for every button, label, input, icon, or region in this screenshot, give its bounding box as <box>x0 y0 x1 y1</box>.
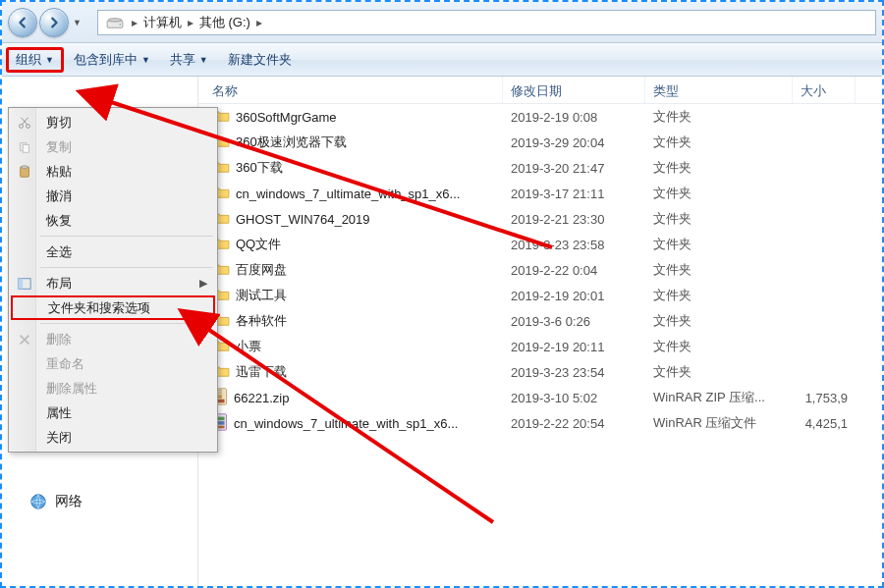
cut-icon <box>16 114 33 132</box>
sidebar-item-network[interactable]: 网络 <box>2 489 197 514</box>
menu-item-copy: 复制 <box>11 134 215 159</box>
menu-item-redo[interactable]: 恢复 <box>11 208 215 233</box>
file-row[interactable]: QQ文件2019-3-23 23:58文件夹 <box>198 232 882 257</box>
file-row[interactable]: 66221.zip2019-3-10 5:02WinRAR ZIP 压缩...1… <box>198 385 882 410</box>
include-library-button[interactable]: 包含到库中▼ <box>64 47 160 73</box>
file-row[interactable]: 各种软件2019-3-6 0:26文件夹 <box>198 308 882 334</box>
address-bar[interactable]: ▸ 计算机 ▸ 其他 (G:) ▸ <box>97 10 876 35</box>
copy-icon <box>16 138 33 156</box>
file-type: 文件夹 <box>645 210 793 228</box>
svg-rect-9 <box>218 394 222 395</box>
file-name: cn_windows_7_ultimate_with_sp1_x6... <box>234 416 458 431</box>
nav-bar: ▼ ▸ 计算机 ▸ 其他 (G:) ▸ <box>2 2 882 43</box>
menu-item-select-all[interactable]: 全选 <box>11 240 215 264</box>
chevron-down-icon: ▼ <box>141 55 150 65</box>
svg-point-2 <box>119 23 121 25</box>
breadcrumb-segment[interactable]: 计算机 <box>141 14 184 31</box>
menu-item-properties[interactable]: 属性 <box>11 401 215 425</box>
file-row[interactable]: 360下载2019-3-20 21:47文件夹 <box>198 155 882 181</box>
drive-icon <box>106 16 124 29</box>
svg-rect-19 <box>23 144 28 152</box>
file-name: 迅雷下载 <box>236 363 287 381</box>
menu-item-close[interactable]: 关闭 <box>11 425 215 450</box>
menu-item-cut[interactable]: 剪切 <box>11 110 215 134</box>
file-date: 2019-3-6 0:26 <box>503 314 645 329</box>
file-type: 文件夹 <box>645 287 793 304</box>
file-date: 2019-3-23 23:58 <box>503 238 645 252</box>
column-header-type[interactable]: 类型 <box>645 77 793 103</box>
column-headers: 名称 修改日期 类型 大小 <box>198 77 882 104</box>
file-date: 2019-2-19 20:11 <box>503 340 645 354</box>
chevron-right-icon: ▶ <box>199 277 207 290</box>
layout-icon <box>16 275 33 293</box>
file-list: 名称 修改日期 类型 大小 360SoftMgrGame2019-2-19 0:… <box>198 77 882 586</box>
menu-item-delete: 删除 <box>11 327 215 351</box>
share-button[interactable]: 共享▼ <box>160 47 218 73</box>
organize-menu: 剪切 复制 粘贴 撤消 恢复 全选 布局 ▶ 文件夹和搜索选项 <box>8 107 218 453</box>
column-header-name[interactable]: 名称 <box>198 77 503 103</box>
new-folder-button[interactable]: 新建文件夹 <box>218 47 302 73</box>
menu-item-undo[interactable]: 撤消 <box>11 184 215 208</box>
file-date: 2019-2-22 20:54 <box>503 416 645 431</box>
file-type: 文件夹 <box>645 108 793 126</box>
file-type: 文件夹 <box>645 338 793 355</box>
file-date: 2019-2-19 0:08 <box>503 110 645 125</box>
breadcrumb-segment[interactable]: 其他 (G:) <box>197 14 252 31</box>
file-type: 文件夹 <box>645 363 793 381</box>
file-type: 文件夹 <box>645 261 793 279</box>
file-row[interactable]: 测试工具2019-2-19 20:01文件夹 <box>198 283 882 308</box>
column-header-date[interactable]: 修改日期 <box>503 77 645 103</box>
menu-item-paste[interactable]: 粘贴 <box>11 159 215 184</box>
file-name: 百度网盘 <box>236 261 287 279</box>
file-row[interactable]: 迅雷下载2019-3-23 23:54文件夹 <box>198 359 882 385</box>
delete-icon <box>16 331 33 348</box>
network-icon <box>29 493 47 510</box>
paste-icon <box>16 163 33 181</box>
forward-button[interactable] <box>39 8 69 37</box>
organize-button[interactable]: 组织▼ <box>6 47 64 73</box>
file-name: 360极速浏览器下载 <box>236 134 347 151</box>
svg-point-16 <box>20 124 24 128</box>
file-row[interactable]: cn_windows_7_ultimate_with_sp1_x6...2019… <box>198 181 882 206</box>
svg-point-1 <box>108 18 122 22</box>
breadcrumb-arrow-icon: ▸ <box>188 16 193 29</box>
svg-rect-7 <box>218 390 222 391</box>
file-date: 2019-3-10 5:02 <box>503 391 645 405</box>
menu-item-layout[interactable]: 布局 ▶ <box>11 271 215 295</box>
file-type: 文件夹 <box>645 159 793 177</box>
file-row[interactable]: 360极速浏览器下载2019-3-29 20:04文件夹 <box>198 130 882 155</box>
file-name: QQ文件 <box>236 236 281 253</box>
file-date: 2019-3-23 23:54 <box>503 365 645 380</box>
file-date: 2019-2-22 0:04 <box>503 263 645 278</box>
file-row[interactable]: 百度网盘2019-2-22 0:04文件夹 <box>198 257 882 283</box>
explorer-window: ▼ ▸ 计算机 ▸ 其他 (G:) ▸ 组织▼ 包含到库中▼ 共享▼ 新建文件夹 <box>0 0 884 588</box>
file-type: 文件夹 <box>645 185 793 202</box>
file-type: 文件夹 <box>645 134 793 151</box>
file-row[interactable]: 小票2019-2-19 20:11文件夹 <box>198 334 882 359</box>
file-date: 2019-3-17 21:11 <box>503 187 645 201</box>
file-date: 2019-3-29 20:04 <box>503 135 645 150</box>
file-name: 测试工具 <box>236 287 287 304</box>
file-type: WinRAR 压缩文件 <box>645 414 793 432</box>
file-name: cn_windows_7_ultimate_with_sp1_x6... <box>236 187 460 201</box>
file-row[interactable]: 360SoftMgrGame2019-2-19 0:08文件夹 <box>198 104 882 130</box>
file-row[interactable]: cn_windows_7_ultimate_with_sp1_x6...2019… <box>198 410 882 436</box>
svg-rect-8 <box>218 392 222 393</box>
file-name: 360下载 <box>236 159 283 177</box>
file-size: 1,753,9 <box>793 391 856 405</box>
menu-item-remove-props: 删除属性 <box>11 376 215 401</box>
back-button[interactable] <box>8 8 37 37</box>
file-row[interactable]: GHOST_WIN764_20192019-2-21 23:30文件夹 <box>198 206 882 232</box>
menu-item-folder-search-options[interactable]: 文件夹和搜索选项 <box>11 295 215 320</box>
breadcrumb-arrow-icon: ▸ <box>132 16 138 29</box>
file-date: 2019-2-19 20:01 <box>503 289 645 303</box>
file-type: 文件夹 <box>645 236 793 253</box>
svg-rect-23 <box>19 278 23 289</box>
history-dropdown[interactable]: ▼ <box>73 18 82 27</box>
menu-item-rename: 重命名 <box>11 351 215 376</box>
breadcrumb-arrow-icon: ▸ <box>256 16 262 29</box>
toolbar: 组织▼ 包含到库中▼ 共享▼ 新建文件夹 <box>2 43 882 77</box>
column-header-size[interactable]: 大小 <box>793 77 856 103</box>
file-name: 小票 <box>236 338 261 355</box>
chevron-down-icon: ▼ <box>199 55 208 65</box>
